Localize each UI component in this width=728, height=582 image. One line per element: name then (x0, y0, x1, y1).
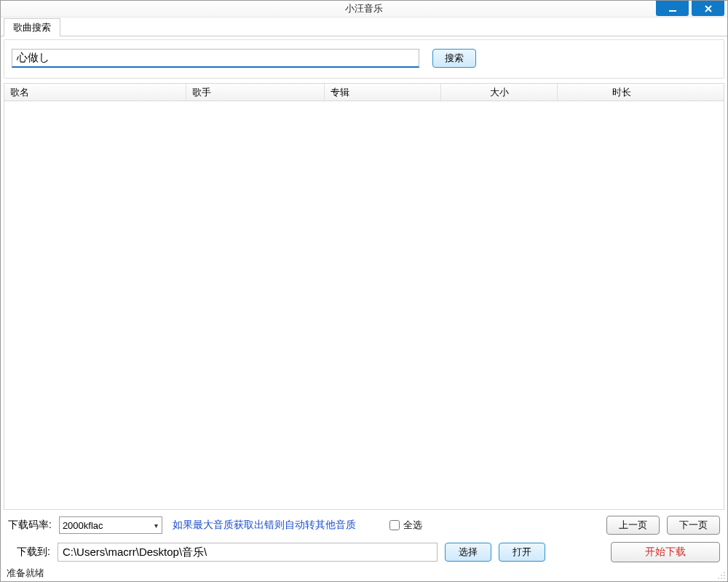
prev-page-button[interactable]: 上一页 (606, 516, 660, 535)
svg-point-3 (724, 575, 725, 576)
results-header: 歌名 歌手 专辑 大小 时长 (4, 84, 724, 101)
start-download-button[interactable]: 开始下载 (611, 542, 720, 562)
svg-point-4 (718, 578, 719, 579)
search-area: 搜索 (4, 39, 724, 79)
column-header-artist[interactable]: 歌手 (186, 84, 325, 101)
bitrate-hint: 如果最大音质获取出错则自动转其他音质 (173, 519, 356, 532)
open-folder-button[interactable]: 打开 (499, 543, 545, 562)
minimize-button[interactable] (656, 1, 689, 16)
bitrate-label: 下载码率: (8, 519, 52, 532)
download-path-input[interactable] (58, 543, 438, 562)
statusbar: 准备就绪 (1, 565, 727, 581)
resize-grip-icon (716, 570, 726, 580)
footer-row-bitrate: 下载码率: 2000kflac ▾ 如果最大音质获取出错则自动转其他音质 全选 … (8, 516, 720, 535)
svg-point-2 (721, 578, 722, 579)
search-input[interactable] (12, 49, 419, 68)
download-to-label: 下载到: (17, 546, 50, 559)
next-page-button[interactable]: 下一页 (667, 516, 720, 535)
close-icon (704, 4, 713, 13)
status-text: 准备就绪 (7, 567, 44, 580)
select-all-checkbox[interactable] (389, 520, 400, 530)
search-button[interactable]: 搜索 (432, 49, 476, 68)
titlebar: 小汪音乐 (1, 1, 727, 17)
window-controls (656, 1, 727, 16)
svg-point-6 (724, 572, 725, 573)
column-header-duration[interactable]: 时长 (558, 84, 724, 101)
close-button[interactable] (692, 1, 724, 16)
footer-row-download: 下载到: 选择 打开 开始下载 (8, 542, 720, 562)
tab-song-search[interactable]: 歌曲搜索 (4, 18, 60, 36)
select-all-wrap[interactable]: 全选 (389, 519, 422, 532)
results-body[interactable] (4, 101, 724, 509)
svg-rect-0 (669, 10, 676, 12)
svg-point-5 (721, 575, 722, 576)
column-header-size[interactable]: 大小 (441, 84, 558, 101)
column-header-album[interactable]: 专辑 (325, 84, 441, 101)
resize-grip[interactable] (716, 570, 726, 580)
app-window: 小汪音乐 歌曲搜索 搜索 歌名 歌手 专辑 大小 时长 (0, 0, 728, 582)
window-title: 小汪音乐 (345, 2, 383, 15)
bitrate-select[interactable]: 2000kflac (59, 516, 162, 534)
select-all-label: 全选 (403, 519, 422, 532)
tab-strip: 歌曲搜索 (1, 17, 727, 36)
svg-point-1 (724, 578, 725, 579)
minimize-icon (668, 4, 677, 13)
column-header-name[interactable]: 歌名 (4, 84, 186, 101)
choose-folder-button[interactable]: 选择 (445, 543, 491, 562)
bitrate-select-wrap: 2000kflac ▾ (59, 516, 162, 534)
results-table: 歌名 歌手 专辑 大小 时长 (4, 83, 724, 510)
footer: 下载码率: 2000kflac ▾ 如果最大音质获取出错则自动转其他音质 全选 … (1, 510, 727, 565)
